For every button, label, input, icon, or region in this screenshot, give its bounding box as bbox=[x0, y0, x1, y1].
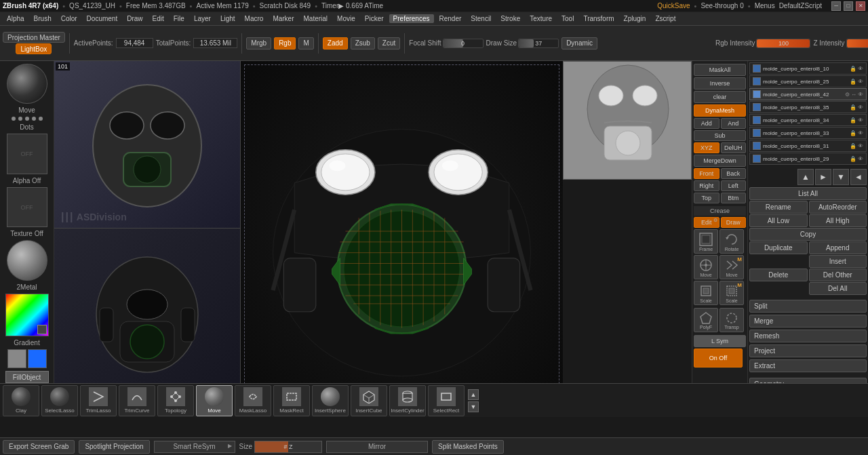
all-low-btn[interactable]: All Low bbox=[749, 214, 808, 227]
del-uh-btn[interactable]: DelUH bbox=[721, 142, 747, 153]
add-btn[interactable]: Add bbox=[694, 118, 719, 129]
move-tool-btn[interactable]: Move bbox=[196, 385, 233, 416]
swatch-secondary[interactable] bbox=[28, 349, 47, 368]
rotate-btn[interactable]: Rotate bbox=[719, 229, 744, 254]
sub-btn[interactable]: Sub bbox=[694, 130, 746, 141]
menu-picker[interactable]: Picker bbox=[361, 14, 388, 23]
auto-reorder-btn[interactable]: AutoReorder bbox=[809, 201, 867, 214]
dynamic-btn[interactable]: Dynamic bbox=[561, 37, 597, 50]
tools-scroll-down-btn[interactable]: ▼ bbox=[468, 401, 479, 412]
menu-transform[interactable]: Transform bbox=[579, 14, 618, 23]
zcut-btn[interactable]: Zcut bbox=[378, 37, 400, 50]
close-btn[interactable]: ✕ bbox=[856, 1, 865, 11]
minimize-btn[interactable]: ─ bbox=[831, 1, 841, 11]
mrgb-btn[interactable]: Mrgb bbox=[246, 37, 271, 50]
menu-stroke[interactable]: Stroke bbox=[496, 14, 524, 23]
append-btn[interactable]: Append bbox=[809, 241, 867, 254]
left-btn[interactable]: Left bbox=[721, 180, 747, 191]
m-btn[interactable]: M bbox=[298, 37, 313, 50]
select-rect-btn[interactable]: SelectRect bbox=[428, 385, 465, 416]
rename-btn[interactable]: Rename bbox=[749, 201, 808, 214]
nav-left-btn[interactable]: ◄ bbox=[850, 169, 867, 185]
swatch-primary[interactable] bbox=[7, 349, 26, 368]
menu-file[interactable]: File bbox=[170, 14, 189, 23]
insert2-btn[interactable]: Insert bbox=[809, 255, 867, 268]
back-btn[interactable]: Back bbox=[721, 168, 747, 179]
merge-btn[interactable]: Merge bbox=[749, 315, 867, 328]
nav-right-btn[interactable]: ► bbox=[815, 169, 831, 185]
fill-object-btn[interactable]: FillObject bbox=[5, 371, 49, 383]
export-screen-btn[interactable]: Export Screen Grab bbox=[3, 440, 75, 454]
menu-zplugin[interactable]: Zplugin bbox=[620, 14, 650, 23]
menu-render[interactable]: Render bbox=[435, 14, 466, 23]
mask-lasso-btn[interactable]: MaskLasso bbox=[235, 385, 271, 416]
subtool-item-25[interactable]: molde_cuerpo_enterol8_25 🔒 👁 bbox=[749, 75, 867, 87]
menu-document[interactable]: Document bbox=[83, 14, 122, 23]
menu-draw[interactable]: Draw bbox=[123, 14, 146, 23]
inverse-btn[interactable]: Inverse bbox=[694, 77, 746, 90]
menu-material[interactable]: Material bbox=[300, 14, 332, 23]
mirror-slider[interactable]: Mirror bbox=[326, 441, 428, 453]
smart-resym-slider[interactable]: Smart ReSym ▶ bbox=[154, 441, 235, 453]
maximize-btn[interactable]: □ bbox=[844, 1, 853, 11]
rgb-intensity-slider[interactable]: 100 bbox=[756, 39, 810, 48]
clay-tool-btn[interactable]: Clay bbox=[3, 385, 39, 416]
menu-movie[interactable]: Movie bbox=[333, 14, 359, 23]
split-masked-btn[interactable]: Split Masked Points bbox=[432, 440, 504, 454]
clear-btn[interactable]: clear bbox=[694, 91, 746, 103]
all-high-btn[interactable]: All High bbox=[809, 214, 867, 227]
edit-btn[interactable]: Edit ⚙ bbox=[694, 217, 719, 228]
menu-texture[interactable]: Texture bbox=[526, 14, 556, 23]
z-intensity-slider[interactable]: 51 bbox=[846, 39, 868, 48]
scale-left-btn[interactable]: Scale bbox=[694, 281, 718, 305]
extract-btn[interactable]: Extract bbox=[749, 359, 867, 372]
menu-brush[interactable]: Brush bbox=[30, 14, 56, 23]
canvas-area[interactable]: 101 ||| ASDivision bbox=[54, 61, 692, 401]
menu-alpha[interactable]: Alpha bbox=[3, 14, 28, 23]
trim-lasso-btn[interactable]: TrimLasso bbox=[80, 385, 117, 416]
insert-sphere-btn[interactable]: InsertSphere bbox=[312, 385, 349, 416]
project-btn[interactable]: Project bbox=[749, 344, 867, 357]
xyz-btn[interactable]: XYZ bbox=[694, 142, 719, 153]
menu-color[interactable]: Color bbox=[57, 14, 81, 23]
quicksave-btn[interactable]: QuickSave bbox=[657, 2, 690, 9]
lightbox-btn[interactable]: LightBox bbox=[16, 43, 52, 54]
duplicate-btn[interactable]: Duplicate bbox=[749, 241, 808, 254]
scale-right-btn[interactable]: Scale M bbox=[719, 281, 744, 305]
dyna-mesh-btn[interactable]: DynaMesh bbox=[694, 104, 746, 117]
menu-light[interactable]: Light bbox=[216, 14, 239, 23]
right-btn[interactable]: Right bbox=[694, 180, 719, 191]
transp-btn[interactable]: Transp bbox=[719, 308, 744, 332]
material-preview[interactable] bbox=[7, 240, 47, 280]
subtool-item-33[interactable]: molde_cuerpo_enterol8_33 🔒 👁 bbox=[749, 127, 867, 139]
btm-btn[interactable]: Btm bbox=[721, 193, 747, 203]
brush-preview[interactable] bbox=[7, 64, 47, 104]
rgb-btn[interactable]: Rgb bbox=[274, 37, 296, 50]
trim-curve-btn[interactable]: TrimCurve bbox=[119, 385, 155, 416]
draw-btn[interactable]: Draw bbox=[721, 217, 747, 228]
select-lasso-btn[interactable]: SelectLasso bbox=[41, 385, 78, 416]
delete-btn[interactable]: Delete bbox=[749, 269, 808, 281]
mask-all-btn[interactable]: MaskAll bbox=[694, 64, 746, 76]
front-btn[interactable]: Front bbox=[694, 168, 719, 179]
texture-preview[interactable]: OFF bbox=[7, 187, 47, 227]
spotlight-btn[interactable]: Spotlight Projection bbox=[79, 440, 149, 454]
menu-stencil[interactable]: Stencil bbox=[467, 14, 495, 23]
draw-size-slider[interactable]: 37 bbox=[518, 39, 559, 48]
copy-btn[interactable]: Copy bbox=[749, 228, 867, 241]
subtool-item-35[interactable]: molde_cuerpo_enterol8_35 🔒 👁 bbox=[749, 101, 867, 113]
menu-layer[interactable]: Layer bbox=[190, 14, 215, 23]
remesh-btn[interactable]: Remesh bbox=[749, 330, 867, 342]
mask-rect-btn[interactable]: MaskRect bbox=[273, 385, 310, 416]
del-other-btn[interactable]: Del Other bbox=[809, 269, 867, 281]
zsub-btn[interactable]: Zsub bbox=[351, 37, 375, 50]
main-viewport[interactable] bbox=[241, 61, 563, 401]
and-btn[interactable]: And bbox=[721, 118, 747, 129]
tools-scroll-up-btn[interactable]: ▲ bbox=[468, 389, 479, 400]
subtool-item-31[interactable]: molde_cuerpo_enterol8_31 🔒 👁 bbox=[749, 140, 867, 152]
lsym-btn[interactable]: L Sym bbox=[694, 335, 746, 347]
nav-down-btn[interactable]: ▼ bbox=[833, 169, 849, 185]
color-picker[interactable] bbox=[5, 294, 49, 336]
move-left-btn[interactable]: Move bbox=[694, 255, 718, 279]
nav-up-btn[interactable]: ▲ bbox=[797, 169, 814, 185]
